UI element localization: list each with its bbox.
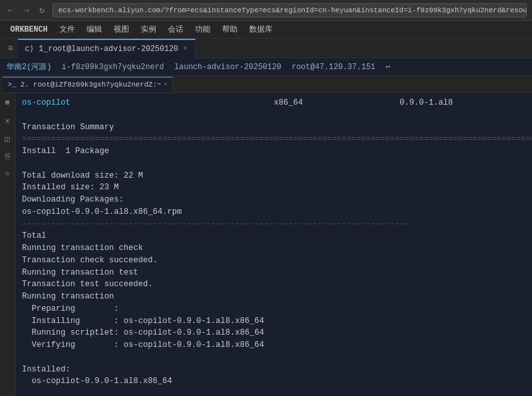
- user-host: root@47.120.37.151: [292, 63, 376, 72]
- term-line-17: Running transaction: [22, 291, 526, 303]
- url-text: ecs-workbench.aliyun.com/?from=ecs&insta…: [58, 6, 527, 14]
- term-line-12: Total: [22, 230, 526, 242]
- menu-edit[interactable]: 编辑: [81, 21, 107, 37]
- terminal-tab-label: >_ 2. root@iZf8z09k3gxh7yqku2nerdZ:~: [8, 81, 161, 89]
- term-line-1: os-copilot x86_64 0.9.0-1.al8: [22, 97, 526, 109]
- info-bar: 华南2(河源) i-f8z09k3gxh7yqku2nerd launch-ad…: [0, 58, 532, 76]
- term-line-4: ========================================…: [22, 133, 526, 145]
- hamburger-icon[interactable]: ≡: [5, 41, 15, 56]
- term-line-5: Install 1 Package: [22, 145, 526, 158]
- term-line-15: Running transaction test: [22, 267, 526, 279]
- menu-bar: ORKBENCH 文件 编辑 视图 实例 会话 功能 帮助 数据库: [0, 21, 532, 39]
- menu-session[interactable]: 会话: [163, 21, 189, 37]
- term-line-25: [22, 388, 526, 396]
- main-layout: ≡ ✕ ◫ ⎘ ≈ os-copilot x86_64 0.9.0-1.al8 …: [0, 93, 532, 396]
- menu-view[interactable]: 视图: [108, 21, 134, 37]
- sidebar-icon-split[interactable]: ◫: [4, 132, 12, 145]
- term-line-11: ----------------------------------------…: [22, 218, 526, 231]
- term-line-24: os-copilot-0.9.0-1.al8.x86_64: [22, 375, 526, 388]
- tab-bar: ≡ c⟩ 1_root@launch-advisor-20250120 ×: [0, 39, 532, 58]
- term-line-23: Installed:: [22, 364, 526, 376]
- back-button[interactable]: ←: [5, 4, 15, 17]
- term-line-18: Preparing :: [22, 303, 526, 315]
- term-line-19: Installing : os-copilot-0.9.0-1.al8.x86_…: [22, 315, 526, 328]
- term-line-8: Installed size: 23 M: [22, 182, 526, 194]
- region-label: 华南2(河源): [6, 61, 52, 72]
- tab-main[interactable]: c⟩ 1_root@launch-advisor-20250120 ×: [18, 39, 196, 58]
- menu-instance[interactable]: 实例: [136, 21, 161, 37]
- menu-help[interactable]: 帮助: [217, 21, 243, 37]
- menu-database[interactable]: 数据库: [244, 21, 278, 37]
- instance-id: i-f8z09k3gxh7yqku2nerd: [62, 63, 164, 72]
- url-bar[interactable]: ecs-workbench.aliyun.com/?from=ecs&insta…: [52, 3, 527, 17]
- term-line-9: Downloading Packages:: [22, 194, 526, 206]
- menu-function[interactable]: 功能: [190, 21, 216, 37]
- term-line-13: Running transaction check: [22, 242, 526, 255]
- tab-label: c⟩ 1_root@launch-advisor-20250120: [25, 44, 178, 54]
- forward-button[interactable]: →: [21, 4, 31, 17]
- term-line-2: [22, 109, 526, 121]
- terminal-tab-bar: >_ 2. root@iZf8z09k3gxh7yqku2nerdZ:~ ×: [0, 76, 532, 93]
- sidebar-icon-copy[interactable]: ⎘: [4, 151, 12, 163]
- app-label: ORKBENCH: [5, 23, 53, 37]
- sidebar: ≡ ✕ ◫ ⎘ ≈: [0, 93, 15, 396]
- term-line-3: Transaction Summary: [22, 121, 526, 134]
- browser-bar: ← → ↻ ecs-workbench.aliyun.com/?from=ecs…: [0, 0, 532, 21]
- terminal-tab-close[interactable]: ×: [164, 81, 167, 88]
- term-line-20: Running scriptlet: os-copilot-0.9.0-1.al…: [22, 327, 526, 339]
- term-line-21: Verifying : os-copilot-0.9.0-1.al8.x86_6…: [22, 339, 526, 351]
- menu-file[interactable]: 文件: [54, 21, 80, 37]
- terminal-tab[interactable]: >_ 2. root@iZf8z09k3gxh7yqku2nerdZ:~ ×: [3, 77, 173, 92]
- enter-icon: ↩: [385, 62, 390, 72]
- term-line-22: [22, 351, 526, 364]
- reload-button[interactable]: ↻: [37, 3, 47, 17]
- terminal-content[interactable]: os-copilot x86_64 0.9.0-1.al8 Transactio…: [15, 93, 532, 396]
- sidebar-icon-close[interactable]: ✕: [4, 114, 12, 127]
- sidebar-icon-settings[interactable]: ≈: [4, 168, 12, 180]
- term-line-14: Transaction check succeeded.: [22, 255, 526, 267]
- session-name: launch-advisor-20250120: [174, 63, 281, 72]
- term-line-7: Total download size: 22 M: [22, 170, 526, 182]
- sidebar-icon-menu[interactable]: ≡: [4, 97, 12, 109]
- term-line-16: Transaction test succeeded.: [22, 278, 526, 291]
- term-line-10: os-copilot-0.9.0-1.al8.x86_64.rpm: [22, 206, 526, 218]
- term-line-6: [22, 158, 526, 170]
- tab-close-button[interactable]: ×: [182, 45, 189, 53]
- pkg-name: os-copilot: [22, 98, 70, 107]
